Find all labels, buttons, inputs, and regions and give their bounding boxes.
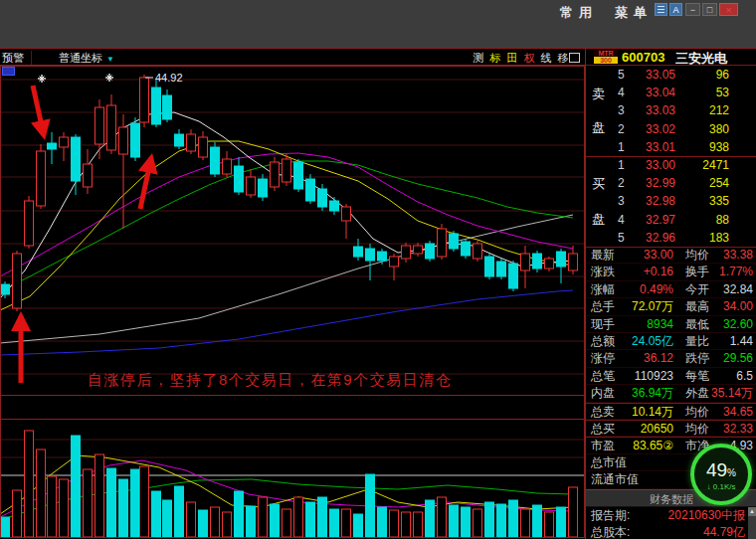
minimize-button[interactable]: − bbox=[685, 3, 700, 16]
quote-row: 总买20650均价32.33 bbox=[586, 420, 756, 437]
quote-row: 现手8934最低32.60 bbox=[586, 316, 756, 333]
kline-chart[interactable]: 44.92自涨停后，坚持了8个交易日，在第9个交易日清仓 bbox=[0, 0, 585, 539]
report-period-row: 报告期: 20210630中报 bbox=[586, 507, 756, 524]
theme-icon[interactable] bbox=[655, 3, 667, 16]
trading-app-window: 常用 菜单 A − □ × 预警 普通坐标▼ 测标田权线移 44.92自涨停后，… bbox=[0, 0, 756, 539]
network-speed-indicator[interactable]: 49% ↓ 0.1K/s bbox=[690, 444, 752, 505]
report-period-label: 报告期: bbox=[591, 507, 630, 524]
mini-chart-icon[interactable] bbox=[2, 67, 15, 76]
total-shares-row: 总股本: 44.79亿 bbox=[586, 524, 756, 539]
quote-row: 总手72.07万最高34.00 bbox=[586, 298, 756, 315]
buy-order-book: 133.002471232.99254332.98335432.9788532.… bbox=[586, 156, 756, 247]
order-row[interactable]: 432.9788 bbox=[586, 211, 756, 229]
menu-menu[interactable]: 菜单 bbox=[615, 4, 653, 22]
order-row[interactable]: 532.96183 bbox=[586, 229, 756, 247]
peak-price-label: 44.92 bbox=[155, 72, 183, 84]
trade-annotation: 自涨停后，坚持了8个交易日，在第9个交易日清仓 bbox=[88, 371, 452, 388]
order-row[interactable]: 533.0596 bbox=[586, 66, 756, 84]
stock-header: MTR 300 600703 三安光电 bbox=[586, 48, 756, 66]
restore-button[interactable]: □ bbox=[702, 3, 717, 16]
quote-panel: MTR 300 600703 三安光电 533.0596433.0453333.… bbox=[585, 48, 756, 539]
sell-pan-label: 盘 bbox=[592, 119, 605, 137]
net-speed: ↓ 0.1K/s bbox=[694, 482, 748, 491]
order-row[interactable]: 232.99254 bbox=[586, 174, 756, 192]
order-row[interactable]: 332.98335 bbox=[586, 192, 756, 210]
net-percent: 49 bbox=[706, 459, 727, 480]
order-row[interactable]: 133.01938 bbox=[586, 138, 756, 156]
grid-glyph-icon bbox=[658, 6, 664, 13]
font-icon[interactable]: A bbox=[669, 3, 682, 16]
index-badge: MTR 300 bbox=[594, 50, 618, 65]
order-row[interactable]: 133.002471 bbox=[586, 156, 756, 174]
quote-row: 总笔110923每笔6.5 bbox=[586, 368, 756, 385]
total-shares-label: 总股本: bbox=[591, 524, 630, 539]
quote-row: 内盘36.94万外盘35.14万 bbox=[586, 385, 756, 402]
quote-row: 总卖10.14万均价34.65 bbox=[586, 403, 756, 420]
stock-code[interactable]: 600703 bbox=[622, 50, 664, 65]
sell-order-book: 533.0596433.0453333.03212233.02380133.01… bbox=[586, 66, 756, 156]
report-period-value: 20210630中报 bbox=[668, 507, 745, 524]
quote-row: 总额24.05亿量比1.44 bbox=[586, 333, 756, 350]
order-row[interactable]: 233.02380 bbox=[586, 120, 756, 138]
scrollbar[interactable]: ▲ bbox=[748, 507, 756, 539]
buy-label: 买 bbox=[592, 175, 605, 193]
order-row[interactable]: 433.0453 bbox=[586, 84, 756, 101]
scroll-up-icon[interactable]: ▲ bbox=[748, 507, 756, 516]
quote-row: 涨跌+0.16换手1.77% bbox=[586, 264, 756, 280]
quote-row: 涨停36.12跌停29.56 bbox=[586, 350, 756, 367]
quote-row: 涨幅0.49%今开32.84 bbox=[586, 281, 756, 298]
sell-label: 卖 bbox=[592, 86, 605, 103]
buy-pan-label: 盘 bbox=[592, 211, 605, 229]
kline-chart-area[interactable]: 44.92自涨停后，坚持了8个交易日，在第9个交易日清仓 bbox=[0, 0, 585, 539]
quote-row: 最新33.00均价33.38 bbox=[586, 247, 756, 264]
total-shares-value: 44.79亿 bbox=[703, 524, 745, 539]
close-button[interactable]: × bbox=[719, 3, 738, 16]
order-row[interactable]: 333.03212 bbox=[586, 101, 756, 119]
